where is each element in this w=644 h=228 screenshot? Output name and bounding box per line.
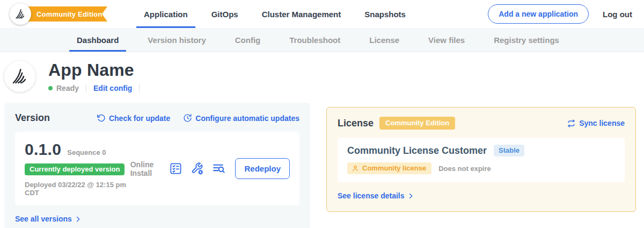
sub-nav: Dashboard Version history Config Trouble… (0, 28, 644, 52)
add-new-application-button[interactable]: Add a new application (488, 4, 589, 24)
status-dot (48, 86, 53, 90)
community-edition-label: Community Edition (36, 10, 103, 18)
deploy-logs-icon[interactable] (212, 162, 225, 175)
subtab-version-history[interactable]: Version history (140, 28, 213, 52)
license-card-title: License (338, 118, 374, 129)
install-type-label: Online Install (130, 160, 159, 177)
chevron-right-icon (407, 193, 414, 200)
brand-logo-circle (10, 3, 31, 25)
license-type-label: Community license (362, 164, 426, 172)
chevron-right-icon (75, 216, 82, 223)
app-header-text: App Name Ready Edit config (48, 60, 147, 92)
app-avatar (4, 61, 35, 92)
tab-snapshots[interactable]: Snapshots (357, 0, 413, 28)
version-actions: Online Install (130, 158, 290, 179)
divider (139, 84, 140, 92)
auto-update-clock-icon (183, 113, 192, 123)
version-details: 0.1.0 Sequence 0 Currently deployed vers… (25, 140, 130, 197)
license-details-box: Community License Customer Stable Commun… (338, 138, 625, 182)
subtab-troubleshoot[interactable]: Troubleshoot (282, 28, 348, 52)
license-card: License Community Edition Sync license C… (326, 107, 636, 212)
version-number-row: 0.1.0 Sequence 0 (25, 140, 130, 159)
edit-config-link[interactable]: Edit config (93, 84, 132, 92)
see-license-details-link[interactable]: See license details (338, 191, 414, 200)
top-nav: Community Edition Application GitOps Clu… (0, 0, 644, 28)
check-for-update-label: Check for update (109, 114, 170, 123)
check-for-update-link[interactable]: Check for update (97, 113, 170, 123)
topnav-right: Add a new application Log out (488, 4, 632, 24)
tab-application[interactable]: Application (136, 0, 195, 28)
license-type-row: Community license Does not expire (347, 162, 615, 174)
version-card-title: Version (15, 112, 50, 124)
license-type-badge: Community license (347, 162, 431, 174)
brand: Community Edition (10, 3, 109, 25)
channel-badge: Stable (494, 145, 524, 156)
app-status-row: Ready Edit config (48, 84, 147, 92)
community-edition-ribbon: Community Edition (20, 6, 107, 22)
see-all-versions-label: See all versions (15, 215, 72, 223)
subtab-dashboard[interactable]: Dashboard (69, 28, 126, 52)
refresh-icon (97, 113, 106, 123)
see-license-details-label: See license details (338, 191, 405, 200)
logout-link[interactable]: Log out (603, 10, 632, 19)
current-version-box: 0.1.0 Sequence 0 Currently deployed vers… (15, 132, 299, 205)
top-tab-bar: Application GitOps Cluster Management Sn… (132, 0, 418, 28)
tab-cluster-management[interactable]: Cluster Management (254, 0, 349, 28)
sync-license-label: Sync license (579, 119, 625, 127)
version-number: 0.1.0 (25, 140, 61, 159)
currently-deployed-badge: Currently deployed version (25, 163, 125, 175)
app-logo-icon (11, 67, 29, 86)
license-title-group: License Community Edition (338, 117, 455, 130)
version-card-actions: Check for update Configure automatic upd… (97, 113, 299, 123)
license-card-header: License Community Edition Sync license (338, 117, 625, 130)
license-customer-row: Community License Customer Stable (347, 145, 615, 156)
tab-gitops[interactable]: GitOps (204, 0, 246, 28)
community-edition-badge: Community Edition (379, 117, 455, 130)
subtab-config[interactable]: Config (228, 28, 268, 52)
subtab-license[interactable]: License (362, 28, 407, 52)
configure-automatic-updates-label: Configure automatic updates (195, 114, 299, 123)
sync-arrows-icon (567, 119, 576, 128)
sequence-label: Sequence 0 (67, 148, 106, 156)
redeploy-button[interactable]: Redeploy (235, 158, 290, 179)
divider (86, 84, 86, 92)
version-card: Version Check for update Configure autom… (4, 103, 310, 228)
sync-license-link[interactable]: Sync license (567, 119, 625, 128)
expiration-text: Does not expire (438, 165, 491, 173)
admin-console-page: Community Edition Application GitOps Clu… (0, 0, 644, 228)
app-header: App Name Ready Edit config (0, 52, 644, 101)
config-wrench-gear-icon[interactable] (191, 162, 204, 175)
subtab-registry-settings[interactable]: Registry settings (486, 28, 567, 52)
replicated-logo-icon (14, 8, 26, 20)
subtab-view-files[interactable]: View files (421, 28, 472, 52)
dashboard-cards: Version Check for update Configure autom… (0, 101, 644, 228)
person-icon (352, 165, 359, 172)
customer-name: Community License Customer (347, 145, 487, 156)
see-all-versions-link[interactable]: See all versions (15, 215, 82, 223)
status-badge: Ready (56, 84, 79, 92)
preflight-checklist-icon[interactable] (169, 162, 182, 175)
deployed-timestamp: Deployed 03/22/22 @ 12:15 pm CDT (25, 181, 130, 197)
version-card-header: Version Check for update Configure autom… (15, 112, 299, 124)
configure-automatic-updates-link[interactable]: Configure automatic updates (183, 113, 299, 123)
page-title: App Name (48, 60, 147, 80)
